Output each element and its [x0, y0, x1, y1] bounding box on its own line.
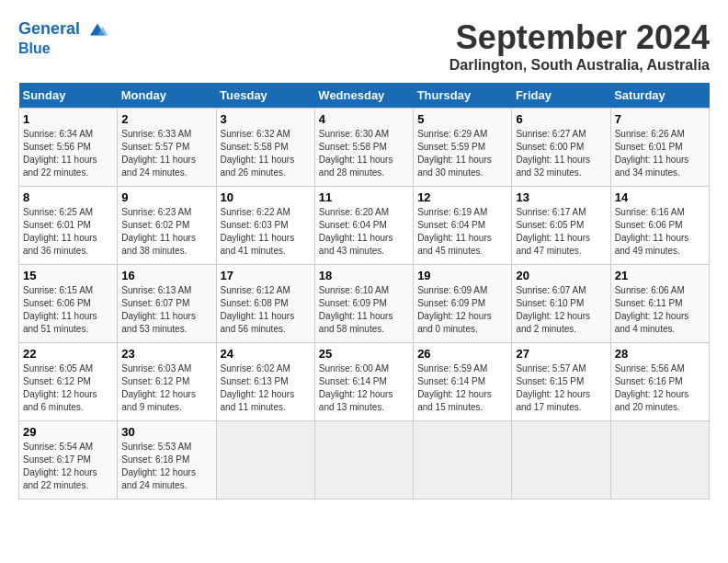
day-number: 22 — [23, 347, 113, 361]
day-number: 17 — [221, 269, 311, 282]
day-header-wednesday: Wednesday — [314, 83, 413, 109]
day-detail: Sunrise: 6:17 AMSunset: 6:05 PMDaylight:… — [516, 206, 606, 258]
day-header-sunday: Sunday — [19, 83, 118, 109]
day-number: 26 — [417, 347, 507, 361]
calendar-cell: 30Sunrise: 5:53 AMSunset: 6:18 PMDayligh… — [118, 421, 216, 500]
logo-text: General — [18, 18, 108, 40]
day-detail: Sunrise: 6:10 AMSunset: 6:09 PMDaylight:… — [319, 284, 409, 336]
day-number: 9 — [121, 190, 211, 204]
calendar-cell: 16Sunrise: 6:13 AMSunset: 6:07 PMDayligh… — [118, 265, 216, 343]
day-header-friday: Friday — [512, 83, 610, 109]
calendar-cell: 22Sunrise: 6:05 AMSunset: 6:12 PMDayligh… — [19, 343, 118, 421]
day-header-saturday: Saturday — [610, 83, 709, 109]
day-detail: Sunrise: 6:07 AMSunset: 6:10 PMDaylight:… — [516, 284, 606, 336]
day-detail: Sunrise: 6:06 AMSunset: 6:11 PMDaylight:… — [615, 284, 705, 336]
calendar-cell — [512, 421, 610, 500]
day-number: 19 — [417, 269, 507, 282]
day-header-monday: Monday — [118, 83, 216, 109]
day-number: 30 — [121, 425, 211, 439]
logo-blue: Blue — [18, 40, 108, 57]
day-number: 1 — [23, 112, 113, 126]
calendar-cell: 5Sunrise: 6:29 AMSunset: 5:59 PMDaylight… — [414, 109, 512, 187]
day-detail: Sunrise: 6:03 AMSunset: 6:12 PMDaylight:… — [121, 362, 211, 414]
day-detail: Sunrise: 6:26 AMSunset: 6:01 PMDaylight:… — [615, 128, 705, 179]
calendar-week-row: 29Sunrise: 5:54 AMSunset: 6:17 PMDayligh… — [19, 421, 710, 500]
day-number: 18 — [319, 269, 409, 282]
day-number: 8 — [23, 190, 113, 204]
calendar-cell: 6Sunrise: 6:27 AMSunset: 6:00 PMDaylight… — [512, 109, 610, 187]
calendar-cell: 20Sunrise: 6:07 AMSunset: 6:10 PMDayligh… — [512, 265, 610, 343]
day-number: 12 — [417, 190, 507, 204]
calendar-cell: 2Sunrise: 6:33 AMSunset: 5:57 PMDaylight… — [118, 109, 216, 187]
day-number: 27 — [516, 347, 606, 361]
day-number: 24 — [221, 347, 311, 361]
logo: General Blue — [18, 18, 108, 57]
calendar-cell: 3Sunrise: 6:32 AMSunset: 5:58 PMDaylight… — [216, 109, 314, 187]
calendar-cell: 24Sunrise: 6:02 AMSunset: 6:13 PMDayligh… — [216, 343, 314, 421]
calendar-cell: 19Sunrise: 6:09 AMSunset: 6:09 PMDayligh… — [414, 265, 512, 343]
day-number: 16 — [121, 269, 211, 282]
day-header-tuesday: Tuesday — [216, 83, 314, 109]
calendar-cell: 18Sunrise: 6:10 AMSunset: 6:09 PMDayligh… — [314, 265, 413, 343]
day-number: 23 — [121, 347, 211, 361]
calendar-cell: 17Sunrise: 6:12 AMSunset: 6:08 PMDayligh… — [216, 265, 314, 343]
day-number: 7 — [615, 112, 705, 126]
day-detail: Sunrise: 6:30 AMSunset: 5:58 PMDaylight:… — [319, 128, 409, 179]
calendar-cell: 8Sunrise: 6:25 AMSunset: 6:01 PMDaylight… — [19, 187, 118, 265]
calendar-week-row: 8Sunrise: 6:25 AMSunset: 6:01 PMDaylight… — [19, 187, 710, 265]
day-number: 3 — [221, 112, 311, 126]
day-detail: Sunrise: 6:19 AMSunset: 6:04 PMDaylight:… — [417, 206, 507, 258]
calendar-cell — [216, 421, 314, 500]
day-number: 13 — [516, 190, 606, 204]
header: General Blue September 2024 Darlington, … — [18, 18, 710, 74]
calendar-cell: 11Sunrise: 6:20 AMSunset: 6:04 PMDayligh… — [314, 187, 413, 265]
day-detail: Sunrise: 6:12 AMSunset: 6:08 PMDaylight:… — [221, 284, 311, 336]
calendar-cell: 29Sunrise: 5:54 AMSunset: 6:17 PMDayligh… — [19, 421, 118, 500]
day-detail: Sunrise: 5:59 AMSunset: 6:14 PMDaylight:… — [417, 362, 507, 414]
day-detail: Sunrise: 6:29 AMSunset: 5:59 PMDaylight:… — [417, 128, 507, 179]
day-detail: Sunrise: 6:25 AMSunset: 6:01 PMDaylight:… — [23, 206, 113, 258]
day-number: 4 — [319, 112, 409, 126]
calendar-week-row: 15Sunrise: 6:15 AMSunset: 6:06 PMDayligh… — [19, 265, 710, 343]
day-number: 11 — [319, 190, 409, 204]
day-number: 28 — [615, 347, 705, 361]
day-detail: Sunrise: 6:02 AMSunset: 6:13 PMDaylight:… — [221, 362, 311, 414]
day-detail: Sunrise: 6:05 AMSunset: 6:12 PMDaylight:… — [23, 362, 113, 414]
calendar-cell — [314, 421, 413, 500]
calendar-table: SundayMondayTuesdayWednesdayThursdayFrid… — [18, 83, 710, 500]
day-detail: Sunrise: 6:32 AMSunset: 5:58 PMDaylight:… — [221, 128, 311, 179]
calendar-cell — [414, 421, 512, 500]
day-number: 5 — [417, 112, 507, 126]
calendar-cell: 27Sunrise: 5:57 AMSunset: 6:15 PMDayligh… — [512, 343, 610, 421]
location-title: Darlington, South Australia, Australia — [449, 57, 710, 74]
calendar-week-row: 22Sunrise: 6:05 AMSunset: 6:12 PMDayligh… — [19, 343, 710, 421]
day-number: 29 — [23, 425, 113, 439]
day-detail: Sunrise: 6:09 AMSunset: 6:09 PMDaylight:… — [417, 284, 507, 336]
calendar-cell: 12Sunrise: 6:19 AMSunset: 6:04 PMDayligh… — [414, 187, 512, 265]
calendar-cell: 25Sunrise: 6:00 AMSunset: 6:14 PMDayligh… — [314, 343, 413, 421]
day-detail: Sunrise: 6:33 AMSunset: 5:57 PMDaylight:… — [121, 128, 211, 179]
day-number: 20 — [516, 269, 606, 282]
day-number: 2 — [121, 112, 211, 126]
calendar-week-row: 1Sunrise: 6:34 AMSunset: 5:56 PMDaylight… — [19, 109, 710, 187]
calendar-cell: 23Sunrise: 6:03 AMSunset: 6:12 PMDayligh… — [118, 343, 216, 421]
day-number: 21 — [615, 269, 705, 282]
day-number: 6 — [516, 112, 606, 126]
calendar-header-row: SundayMondayTuesdayWednesdayThursdayFrid… — [19, 83, 710, 109]
title-area: September 2024 Darlington, South Austral… — [449, 18, 710, 74]
calendar-cell: 1Sunrise: 6:34 AMSunset: 5:56 PMDaylight… — [19, 109, 118, 187]
day-number: 25 — [319, 347, 409, 361]
day-detail: Sunrise: 5:56 AMSunset: 6:16 PMDaylight:… — [615, 362, 705, 414]
calendar-cell: 26Sunrise: 5:59 AMSunset: 6:14 PMDayligh… — [414, 343, 512, 421]
calendar-cell: 28Sunrise: 5:56 AMSunset: 6:16 PMDayligh… — [610, 343, 709, 421]
day-detail: Sunrise: 6:22 AMSunset: 6:03 PMDaylight:… — [221, 206, 311, 258]
calendar-cell: 15Sunrise: 6:15 AMSunset: 6:06 PMDayligh… — [19, 265, 118, 343]
day-number: 15 — [23, 269, 113, 282]
day-detail: Sunrise: 5:57 AMSunset: 6:15 PMDaylight:… — [516, 362, 606, 414]
calendar-cell: 10Sunrise: 6:22 AMSunset: 6:03 PMDayligh… — [216, 187, 314, 265]
day-detail: Sunrise: 5:54 AMSunset: 6:17 PMDaylight:… — [23, 441, 113, 492]
day-number: 10 — [221, 190, 311, 204]
calendar-cell: 14Sunrise: 6:16 AMSunset: 6:06 PMDayligh… — [610, 187, 709, 265]
day-detail: Sunrise: 6:16 AMSunset: 6:06 PMDaylight:… — [615, 206, 705, 258]
month-title: September 2024 — [449, 18, 710, 57]
